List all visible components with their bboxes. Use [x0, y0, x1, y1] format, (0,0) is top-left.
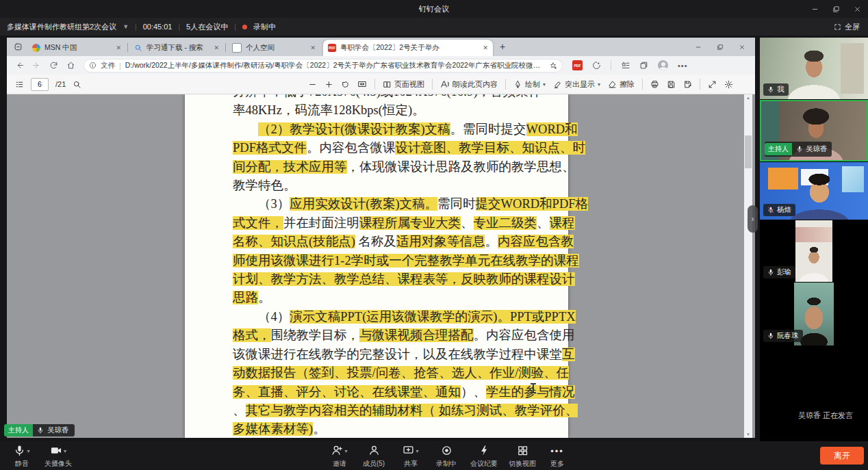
highlighter-icon	[553, 80, 562, 89]
share-screen-icon	[403, 445, 414, 456]
tab-personal-space[interactable]: 个人空间 ✕	[227, 40, 320, 56]
tab-pdf-active[interactable]: PDF 粤职学会〔2022〕2号关于举办 ✕	[323, 40, 493, 56]
browser-minimize-icon[interactable]	[695, 44, 702, 51]
pdf-scrollbar[interactable]: ▲ ▼	[744, 94, 752, 438]
read-aloud-button[interactable]: 朗读此页内容	[440, 79, 498, 90]
browser-restore-icon[interactable]	[717, 44, 724, 51]
participant-video[interactable]: 彭瑜	[760, 220, 868, 282]
close-tab-icon[interactable]: ✕	[116, 44, 121, 51]
page-number-input[interactable]: 6	[31, 78, 49, 91]
invite-button[interactable]: ▾ 邀请	[322, 445, 357, 469]
collections-icon[interactable]	[639, 61, 648, 70]
draw-caret-icon[interactable]: ▾	[543, 81, 546, 88]
draw-button[interactable]: 绘制 ▾	[513, 79, 546, 90]
document-text-segment: 并在封面注明	[283, 216, 359, 230]
highlighted-text: 式文件，	[233, 216, 283, 230]
profile-avatar-icon[interactable]	[658, 60, 668, 70]
expand-icon[interactable]	[708, 80, 717, 89]
fullscreen-label: 全屏	[845, 22, 860, 32]
chevron-down-icon[interactable]: ▼	[123, 23, 129, 30]
document-text-segment: 。需同时提交	[450, 122, 526, 136]
document-line: 务、直播、评分、讨论、在线课堂、通知）、学生的参与情况	[233, 383, 527, 402]
mic-icon	[767, 86, 774, 93]
minimize-icon[interactable]	[811, 5, 819, 13]
document-text-segment: 率48KHz，码流率128Kbps(恒定)。	[233, 103, 425, 117]
members-button[interactable]: 成员(5)	[356, 445, 392, 469]
highlighted-text: 课程所属专业大类	[359, 216, 461, 230]
browser-essentials-icon[interactable]	[592, 61, 601, 70]
mute-button[interactable]: ▾ 静音	[4, 445, 40, 469]
meeting-title: 多媒体课件制作教研组第2次会议	[7, 22, 116, 32]
sidebar-collapse-handle[interactable]: ›	[748, 205, 758, 233]
save-icon[interactable]	[667, 80, 676, 89]
fullscreen-button[interactable]: 全屏	[834, 22, 860, 32]
fit-width-icon[interactable]	[357, 79, 367, 89]
print-icon[interactable]	[650, 80, 659, 89]
adobe-pdf-extension-icon[interactable]: PDF	[572, 60, 583, 70]
share-screen-button[interactable]: ▾ 共享	[393, 445, 429, 469]
save-as-icon[interactable]	[683, 80, 692, 89]
pdf-settings-gear-icon[interactable]	[724, 80, 733, 89]
document-text-segment: （4）	[258, 310, 290, 324]
participant-name: 我	[777, 85, 784, 94]
close-tab-icon[interactable]: ✕	[214, 44, 219, 51]
tab-search[interactable]: 学习通下载 - 搜索 ✕	[129, 40, 224, 56]
favorite-star-icon[interactable]	[549, 62, 557, 70]
close-icon[interactable]	[854, 5, 861, 13]
participant-video[interactable]: 阮春珠	[760, 283, 868, 345]
file-info-icon[interactable]	[89, 62, 97, 69]
mute-label: 静音	[15, 459, 29, 469]
document-line: 该微课进行在线教学的完整设计，以及在线教学过程中课堂互	[233, 345, 527, 364]
highlight-button[interactable]: 突出显示 ▾	[553, 79, 600, 90]
document-text-segment: 需同时	[437, 197, 476, 211]
tab-msn[interactable]: MSN 中国 ✕	[27, 40, 126, 56]
refresh-icon[interactable]	[49, 61, 58, 70]
invite-caret-icon[interactable]: ▾	[344, 448, 347, 454]
participant-count: 5人在会议中	[186, 22, 228, 32]
mute-options-caret-icon[interactable]: ▾	[27, 448, 29, 454]
participant-video-me[interactable]: 我	[760, 38, 868, 99]
restore-icon[interactable]	[832, 5, 840, 13]
leave-meeting-button[interactable]: 离开	[820, 447, 864, 465]
rotate-icon[interactable]	[341, 80, 350, 89]
browser-menu-icon[interactable]: •••	[678, 62, 688, 70]
home-icon[interactable]	[66, 61, 75, 70]
highlight-caret-icon[interactable]: ▾	[598, 81, 600, 88]
participant-video[interactable]: 杨焙	[760, 162, 868, 220]
scrollbar-thumb[interactable]	[745, 135, 752, 168]
url-field[interactable]: 文件 | D:/work/2022上半年/多媒体课件制作/教研活动/粤职学会〔2…	[84, 59, 563, 73]
zoom-in-icon[interactable]	[324, 80, 333, 89]
camera-options-caret-icon[interactable]: ▾	[64, 448, 66, 454]
favorites-bar-icon[interactable]	[621, 61, 630, 70]
camera-off-button[interactable]: ▾ 关摄像头	[38, 445, 78, 469]
browser-close-icon[interactable]	[739, 44, 745, 51]
meeting-minutes-button[interactable]: 会议纪要	[464, 445, 504, 469]
scroll-up-icon[interactable]: ▲	[744, 96, 752, 100]
document-line: PDF格式文件。内容包含微课设计意图、教学目标、知识点、时	[233, 139, 527, 157]
back-icon[interactable]	[15, 61, 24, 70]
close-tab-icon[interactable]: ✕	[483, 44, 488, 51]
forward-icon[interactable]	[32, 61, 41, 70]
document-text-segment: 教学特色。	[233, 179, 296, 192]
recording-button[interactable]: 录制中	[429, 445, 464, 469]
share-caret-icon[interactable]: ▾	[416, 448, 418, 454]
close-tab-icon[interactable]: ✕	[310, 44, 316, 51]
document-favicon	[232, 43, 242, 53]
pdf-search-icon[interactable]	[73, 80, 81, 89]
more-button[interactable]: ••• 更多	[542, 445, 572, 469]
participant-video-host[interactable]: 主持人 吴琼香	[760, 100, 868, 161]
new-tab-icon[interactable]: +	[500, 41, 505, 52]
erase-button[interactable]: 擦除	[608, 79, 635, 90]
tab-actions-icon[interactable]	[14, 42, 23, 51]
document-line: 思路。	[233, 289, 527, 307]
highlighted-text: 间分配，技术应用等	[233, 160, 347, 174]
switch-view-button[interactable]: 切换视图	[502, 445, 542, 469]
host-badge: 主持人	[4, 424, 33, 436]
url-path: D:/work/2022上半年/多媒体课件制作/教研活动/粤职学会〔2022〕2…	[125, 61, 545, 70]
document-line: （3）应用实效设计(教案)文稿。需同时提交WORD和PDF格	[233, 195, 527, 213]
zoom-out-icon[interactable]	[308, 80, 317, 89]
page-view-button[interactable]: 页面视图	[383, 79, 424, 90]
participant-name: 吴琼香	[806, 144, 828, 154]
thumbnails-panel-icon[interactable]	[15, 80, 24, 89]
scroll-down-icon[interactable]: ▼	[744, 432, 752, 436]
